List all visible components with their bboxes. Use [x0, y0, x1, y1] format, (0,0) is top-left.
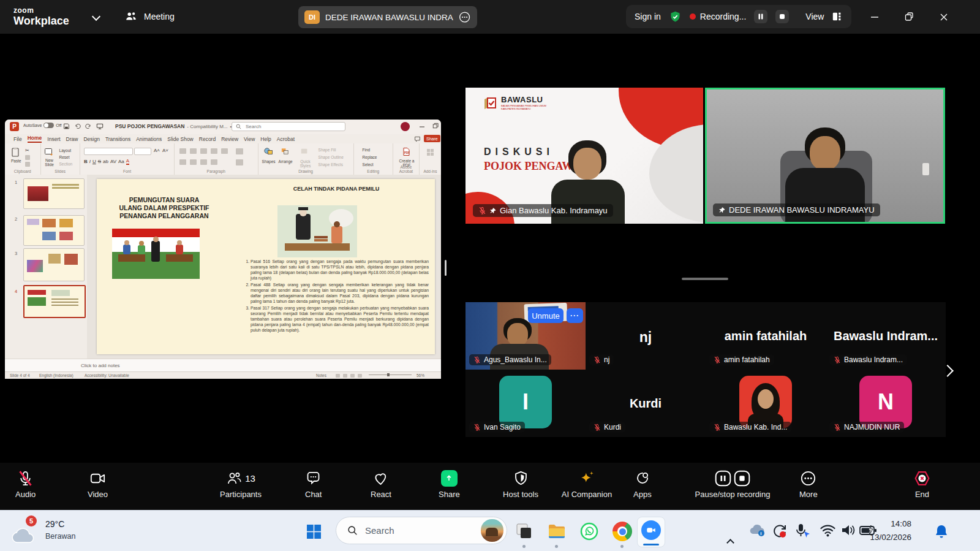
ai-companion-button[interactable]: AI Companion — [551, 469, 623, 499]
shape-fill-button[interactable]: Shape Fill — [318, 148, 336, 152]
menu-animations[interactable]: Animations — [136, 136, 162, 142]
ppt-account-avatar[interactable] — [401, 122, 410, 131]
participant-tile-agus[interactable]: Unmute ··· Agus_Bawaslu In... — [466, 302, 586, 370]
font-color-button[interactable]: A — [126, 158, 129, 165]
shape-outline-button[interactable]: Shape Outline — [318, 155, 344, 159]
quick-styles-label[interactable]: Quick Styles — [296, 159, 315, 168]
zoom-slider-handle[interactable] — [387, 373, 390, 376]
underline-button[interactable]: U — [92, 159, 96, 164]
strikethrough-button[interactable]: S — [98, 159, 101, 164]
onedrive-tray-icon[interactable]: i — [748, 523, 766, 538]
end-button[interactable]: End — [914, 469, 930, 499]
recording-pause-button[interactable] — [754, 10, 767, 23]
menu-home[interactable]: Home — [28, 135, 42, 143]
taskbar-whatsapp[interactable] — [578, 520, 600, 542]
zoom-slider[interactable] — [369, 374, 412, 375]
menu-transitions[interactable]: Transitions — [105, 136, 130, 142]
taskbar-file-explorer[interactable] — [546, 520, 568, 542]
slideshow-view-icon[interactable] — [358, 374, 362, 378]
font-family-select[interactable] — [84, 148, 133, 155]
shape-effects-button[interactable]: Shape Effects — [318, 162, 343, 167]
taskbar-search-input[interactable] — [364, 525, 464, 536]
sign-in-button[interactable]: Sign in — [635, 12, 661, 21]
addins-icon[interactable] — [426, 148, 434, 156]
ppt-restore-icon[interactable] — [432, 123, 439, 129]
participant-tile-najmudin[interactable]: N NAJMUDIN NUR — [826, 370, 946, 437]
bold-button[interactable]: B — [84, 159, 88, 164]
notification-bell-icon[interactable] — [935, 524, 948, 539]
video-tile-gian[interactable]: BAWASLU BADAN PENGAWAS PEMILIHAN UMUM KA… — [466, 88, 703, 224]
tray-hidden-icons-chevron[interactable] — [726, 539, 734, 547]
save-icon[interactable] — [63, 123, 70, 130]
menu-design[interactable]: Design — [83, 136, 99, 142]
taskbar-search-box[interactable] — [336, 517, 507, 544]
tab-meeting[interactable]: Meeting — [124, 10, 175, 23]
menu-record[interactable]: Record — [199, 136, 216, 142]
participant-tile-nj[interactable]: nj nj — [586, 302, 706, 370]
participant-tile-bawaslu-indram[interactable]: Bawaslu Indram... Bawaslu Indram... — [826, 302, 946, 370]
video-button[interactable]: Video — [88, 469, 108, 499]
indent-decrease-icon[interactable] — [200, 148, 207, 154]
normal-view-icon[interactable] — [336, 374, 340, 378]
share-button[interactable]: Share — [439, 469, 460, 499]
zoom-percentage[interactable]: 56% — [417, 373, 424, 378]
start-button[interactable] — [303, 520, 325, 542]
host-tools-button[interactable]: Host tools — [493, 469, 548, 499]
screen-record-tray-icon[interactable] — [772, 523, 788, 539]
menu-insert[interactable]: Insert — [47, 136, 60, 142]
replace-button[interactable]: Replace — [363, 155, 377, 159]
accessibility-indicator[interactable]: Accessibility: Unavailable — [85, 373, 129, 378]
participant-tile-amin[interactable]: amin fatahilah amin fatahilah — [706, 302, 826, 370]
italic-button[interactable]: I — [89, 159, 91, 164]
paste-icon[interactable] — [11, 147, 20, 158]
taskbar-app-window[interactable] — [513, 520, 535, 542]
slide-thumbnail-1[interactable] — [23, 178, 85, 209]
wifi-tray-icon[interactable] — [820, 523, 836, 538]
ppt-search-input[interactable] — [244, 123, 333, 130]
increase-font-icon[interactable]: A˄ — [154, 148, 160, 153]
find-button[interactable]: Find — [363, 148, 371, 152]
text-direction-icon[interactable] — [236, 148, 243, 154]
autosave-toggle[interactable]: AutoSave Off — [23, 123, 62, 128]
participants-button[interactable]: 13 Participants — [210, 469, 271, 499]
font-size-select[interactable] — [134, 148, 151, 155]
indent-increase-icon[interactable] — [211, 148, 217, 154]
meeting-more-icon[interactable] — [458, 10, 471, 24]
taskbar-clock[interactable]: 14:08 13/02/2026 — [870, 517, 911, 544]
decrease-font-icon[interactable]: A˅ — [162, 148, 168, 153]
new-slide-icon[interactable] — [44, 147, 54, 157]
create-pdf-icon[interactable]: PDF — [402, 147, 410, 156]
slide-thumbnail-3[interactable] — [23, 248, 85, 281]
present-icon[interactable] — [96, 123, 104, 130]
layout-button[interactable]: Layout — [59, 148, 72, 153]
taskbar-chrome[interactable] — [611, 520, 633, 542]
menu-file[interactable]: File — [13, 136, 22, 142]
pause-stop-recording-button[interactable]: Pause/stop recording — [685, 469, 780, 499]
align-right-icon[interactable] — [200, 159, 207, 165]
paste-label[interactable]: Paste — [11, 159, 21, 163]
redo-icon[interactable] — [85, 123, 92, 130]
arrange-icon[interactable] — [281, 147, 290, 156]
new-slide-label[interactable]: New Slide — [42, 158, 57, 167]
participant-more-button[interactable]: ··· — [567, 308, 583, 323]
recording-stop-button[interactable] — [775, 10, 789, 23]
video-tile-dede-active-speaker[interactable]: DEDE IRAWAN BAWASLU INDRAMAYU — [705, 88, 945, 224]
security-shield-icon[interactable] — [669, 10, 682, 23]
align-left-icon[interactable] — [179, 159, 186, 165]
ppt-search-box[interactable] — [232, 122, 345, 131]
ppt-notes-area[interactable]: Click to add notes — [5, 359, 441, 372]
numbering-icon[interactable] — [190, 148, 197, 154]
undo-icon[interactable] — [74, 123, 81, 130]
copy-icon[interactable] — [25, 155, 30, 160]
ppt-minimize-icon[interactable] — [419, 124, 425, 129]
window-restore-button[interactable] — [895, 0, 923, 34]
shadow-button[interactable]: ab — [103, 159, 108, 164]
convert-smartart-icon[interactable] — [236, 159, 243, 165]
react-button[interactable]: React — [371, 469, 391, 499]
participant-tile-kurdi[interactable]: Kurdi Kurdi — [586, 370, 706, 437]
volume-tray-icon[interactable] — [840, 523, 856, 538]
menu-view[interactable]: View — [244, 136, 255, 142]
ppt-share-button[interactable]: Share — [424, 135, 440, 142]
align-center-icon[interactable] — [190, 159, 197, 165]
participant-tile-ivan[interactable]: I Ivan Sagito — [466, 370, 586, 437]
